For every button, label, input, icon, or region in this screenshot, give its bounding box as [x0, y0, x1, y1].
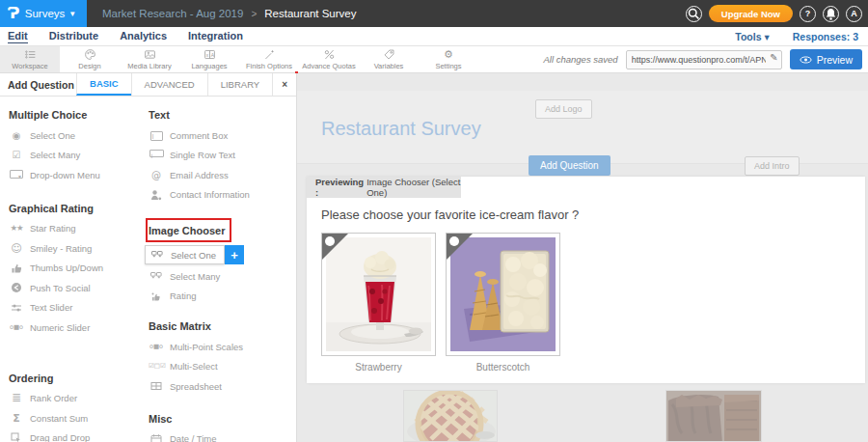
share-icon — [9, 282, 24, 293]
preview-header-label: Previewing : — [315, 177, 364, 198]
category-ordering: Ordering — [9, 373, 140, 384]
image-choice-multi-icon — [149, 270, 164, 282]
category-text: Text — [149, 109, 297, 121]
qtype-single-row-text[interactable]: I Single Row Text — [140, 146, 297, 166]
category-image-chooser: Image Chooser — [149, 225, 225, 236]
calendar-icon — [149, 433, 164, 442]
qtype-email-address[interactable]: @ Email Address — [140, 165, 297, 185]
chevron-down-icon: ▼ — [68, 10, 76, 18]
toolbar-item-variables[interactable]: Variables — [359, 46, 419, 72]
panel-column-left: Multiple Choice ◉ Select One ☑ Select Ma… — [0, 97, 140, 442]
qtype-multi-point-scales[interactable]: o■o Multi-Point Scales — [140, 337, 297, 357]
category-graphical-rating: Graphical Rating — [9, 203, 140, 214]
search-button[interactable] — [686, 6, 702, 22]
qtype-contact-information[interactable]: Contact Information — [140, 185, 297, 206]
toolbar-item-media-library[interactable]: Media Library — [120, 46, 179, 72]
qtype-date-time[interactable]: Date / Time — [140, 429, 297, 442]
responses-link[interactable]: Responses: 3 — [793, 31, 858, 42]
palette-icon — [84, 48, 96, 61]
questionpro-app: Ɂ Surveys ▼ Market Research - Aug 2019 >… — [0, 0, 868, 442]
breadcrumb-survey[interactable]: Restaurant Survey — [264, 8, 356, 19]
share-url-input[interactable] — [626, 50, 782, 69]
help-button[interactable]: ? — [800, 6, 816, 22]
smiley-icon: ☺ — [9, 243, 24, 254]
toolbar-item-languages[interactable]: xA Languages — [179, 46, 239, 72]
add-logo-button[interactable]: Add Logo — [535, 99, 592, 119]
tab-library[interactable]: LIBRARY — [207, 73, 272, 96]
qtype-dropdown-menu[interactable]: ▾ Drop-down Menu — [0, 165, 140, 185]
qtype-select-many[interactable]: ☑ Select Many — [0, 146, 140, 166]
nav-tab-integration[interactable]: Integration — [188, 30, 243, 42]
add-intro-button[interactable]: Add Intro — [745, 156, 800, 176]
qtype-comment-box[interactable]: I Comment Box — [140, 125, 297, 146]
multi-point-icon: o■o — [149, 342, 164, 352]
qtype-rank-order[interactable]: ≣ Rank Order — [0, 389, 140, 409]
image-option-butterscotch[interactable] — [446, 233, 560, 356]
qtype-constant-sum[interactable]: Σ Constant Sum — [0, 408, 140, 428]
add-question-button[interactable]: Add Question — [529, 155, 610, 176]
gear-icon: ⚙ — [444, 49, 453, 61]
plus-icon: + — [231, 248, 238, 262]
qtype-image-select-many[interactable]: Select Many — [140, 266, 297, 287]
add-image-select-one-button[interactable]: + — [225, 245, 244, 264]
breadcrumb-folder[interactable]: Market Research - Aug 2019 — [102, 8, 243, 19]
numeric-slider-icon: o■o — [9, 322, 24, 333]
option-label: Strawberry — [321, 362, 436, 373]
bell-icon — [824, 7, 838, 21]
tab-advanced[interactable]: ADVANCED — [131, 73, 207, 96]
qtype-multi-select[interactable]: ☑□☑ Multi-Select — [140, 357, 297, 377]
nav-tab-edit[interactable]: Edit — [8, 30, 28, 43]
qtype-star-rating[interactable]: ★★ Star Rating — [0, 219, 140, 239]
qtype-text-slider[interactable]: Text Slider — [0, 298, 140, 318]
contact-person-icon — [149, 189, 164, 201]
qtype-thumbs-up-down[interactable]: Thumbs Up/Down — [0, 259, 140, 279]
upgrade-now-button[interactable]: Upgrade Now — [709, 5, 793, 22]
breadcrumb: Market Research - Aug 2019 > Restaurant … — [102, 8, 356, 19]
multi-select-icon: ☑□☑ — [149, 361, 164, 372]
languages-icon: xA — [203, 48, 216, 61]
rating-thumb-icon — [149, 290, 164, 302]
nav-tab-distribute[interactable]: Distribute — [49, 30, 98, 42]
spreadsheet-grid-icon — [149, 380, 164, 392]
sigma-icon: Σ — [9, 413, 24, 424]
account-avatar[interactable]: A — [846, 6, 862, 22]
option-radio-corner[interactable] — [322, 234, 348, 260]
breadcrumb-separator: > — [251, 9, 257, 19]
qtype-drag-and-drop[interactable]: Drag and Drop — [0, 428, 140, 442]
qtype-smiley-rating[interactable]: ☺ Smiley - Rating — [0, 238, 140, 259]
search-icon — [687, 7, 701, 21]
qtype-image-select-one[interactable]: Select One — [145, 245, 225, 264]
tab-basic[interactable]: BASIC — [76, 73, 131, 96]
close-panel-button[interactable]: × — [272, 73, 296, 96]
image-icon — [144, 48, 156, 61]
qtype-push-to-social[interactable]: Push To Social — [0, 278, 140, 298]
question-text: Please choose your favorite ice-cream fl… — [321, 207, 579, 222]
qtype-image-select-one-row: Select One + — [145, 245, 297, 264]
notifications-button[interactable] — [823, 6, 839, 22]
surveys-product-menu[interactable]: Ɂ Surveys ▼ — [0, 0, 87, 27]
preview-button[interactable]: Preview — [790, 49, 862, 69]
qtype-select-one[interactable]: ◉ Select One — [0, 125, 140, 146]
nav-tab-analytics[interactable]: Analytics — [120, 30, 167, 42]
edit-url-icon[interactable]: ✎ — [770, 52, 777, 63]
toolbar-item-advance-quotas[interactable]: Advance Quotas — [299, 46, 359, 72]
image-option-strawberry[interactable] — [321, 233, 436, 356]
qtype-spreadsheet[interactable]: Spreadsheet — [140, 376, 297, 397]
toolbar-item-settings[interactable]: ⚙ Settings — [419, 46, 478, 72]
slider-icon — [9, 302, 24, 314]
tools-menu[interactable]: Tools ▾ — [735, 31, 769, 42]
survey-title[interactable]: Restaurant Survey — [321, 118, 481, 140]
radio-list-icon: ◉ — [9, 130, 24, 141]
toolbar-item-workspace[interactable]: Workspace — [0, 46, 60, 72]
stars-icon: ★★ — [9, 223, 24, 234]
qtype-image-rating[interactable]: Rating — [140, 287, 297, 307]
category-basic-matrix: Basic Matrix — [149, 320, 297, 332]
checkbox-list-icon: ☑ — [9, 150, 24, 160]
preview-header: Previewing : Image Chooser (Select One) — [307, 177, 461, 198]
questionpro-logo-icon: Ɂ — [7, 5, 19, 22]
toolbar-item-finish-options[interactable]: Finish Options — [239, 46, 299, 72]
toolbar-item-design[interactable]: Design — [60, 46, 120, 72]
qtype-numeric-slider[interactable]: o■o Numeric Slider — [0, 318, 140, 338]
option-label: Butterscotch — [446, 362, 560, 373]
option-radio-corner[interactable] — [447, 234, 473, 260]
